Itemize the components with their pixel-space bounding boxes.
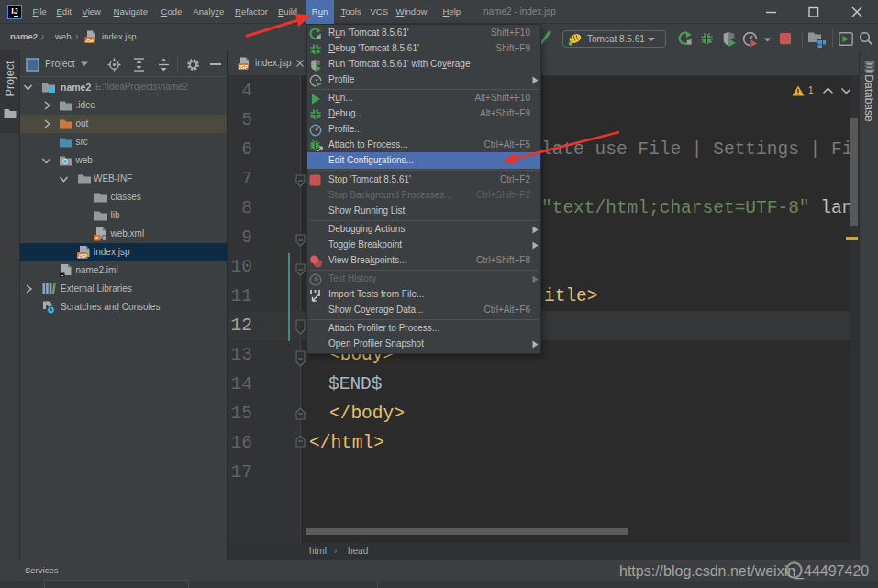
svg-text:<: < <box>95 235 99 240</box>
svg-text:JSP: JSP <box>85 38 95 43</box>
svg-text:JSP: JSP <box>78 253 88 259</box>
svg-text:JSP: JSP <box>239 64 249 70</box>
